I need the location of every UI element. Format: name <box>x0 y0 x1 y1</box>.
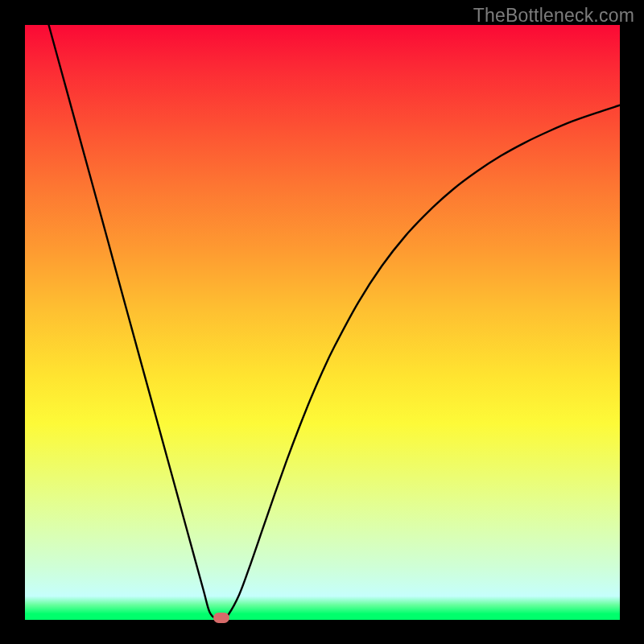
minimum-marker <box>213 613 229 623</box>
chart-curve-svg <box>25 25 620 620</box>
bottleneck-curve <box>49 25 620 620</box>
chart-plot-area <box>25 25 620 620</box>
watermark-text: TheBottleneck.com <box>473 5 634 27</box>
